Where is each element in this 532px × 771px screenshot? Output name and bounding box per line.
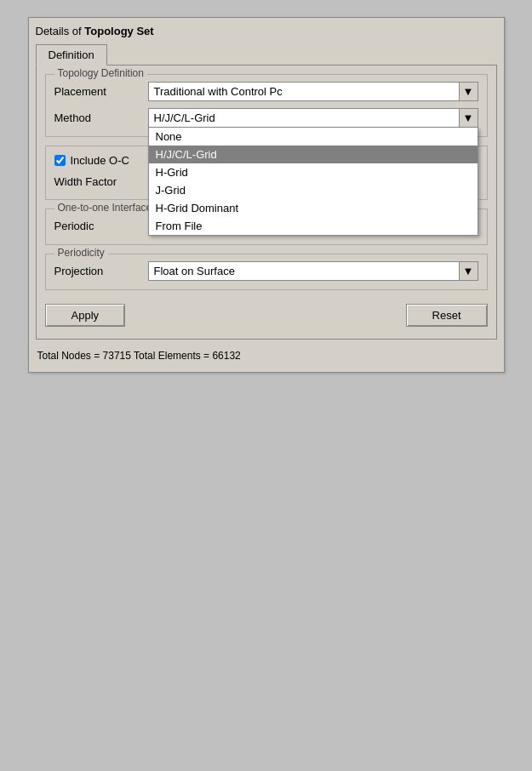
placement-row: Placement Traditional with Control Pc ▼ bbox=[54, 82, 478, 101]
periodicity-section-label: Periodicity bbox=[54, 247, 108, 259]
method-option-from-file[interactable]: From File bbox=[149, 217, 478, 235]
method-option-hgrid[interactable]: H-Grid bbox=[149, 163, 478, 181]
bottom-buttons: Apply Reset bbox=[45, 299, 488, 330]
method-option-jgrid[interactable]: J-Grid bbox=[149, 181, 478, 199]
topology-definition-section: Topology Definition Placement Traditiona… bbox=[45, 74, 488, 137]
width-factor-label: Width Factor bbox=[54, 175, 148, 188]
tab-bar: Definition bbox=[36, 44, 497, 66]
topology-section-label: Topology Definition bbox=[54, 67, 147, 79]
projection-label: Projection bbox=[54, 265, 148, 277]
method-arrow-icon[interactable]: ▼ bbox=[459, 109, 478, 127]
placement-label: Placement bbox=[54, 85, 148, 98]
main-content: Topology Definition Placement Traditiona… bbox=[36, 65, 497, 340]
reset-button[interactable]: Reset bbox=[406, 304, 488, 327]
placement-dropdown[interactable]: Traditional with Control Pc ▼ bbox=[148, 82, 478, 101]
projection-select-wrapper[interactable]: Float on Surface ▼ bbox=[148, 261, 478, 281]
projection-row: Projection Float on Surface ▼ bbox=[54, 261, 478, 281]
placement-control: Traditional with Control Pc ▼ bbox=[148, 82, 478, 101]
projection-dropdown[interactable]: Float on Surface ▼ bbox=[148, 261, 478, 281]
include-checkbox[interactable] bbox=[54, 155, 66, 166]
method-label: Method bbox=[54, 111, 148, 124]
placement-value: Traditional with Control Pc bbox=[149, 83, 459, 100]
method-row: Method H/J/C/L-Grid ▼ None H/J/C/L-Grid … bbox=[54, 108, 478, 128]
placement-arrow-icon[interactable]: ▼ bbox=[459, 83, 478, 100]
method-dropdown-list: None H/J/C/L-Grid H-Grid J-Grid H-Grid D… bbox=[148, 128, 478, 236]
status-bar: Total Nodes = 73715 Total Elements = 661… bbox=[36, 346, 497, 365]
method-option-none[interactable]: None bbox=[149, 128, 478, 146]
method-control: H/J/C/L-Grid ▼ None H/J/C/L-Grid H-Grid … bbox=[148, 108, 478, 128]
periodicity-section: Periodicity Projection Float on Surface … bbox=[45, 254, 488, 290]
projection-value: Float on Surface bbox=[149, 262, 459, 280]
projection-arrow-icon[interactable]: ▼ bbox=[459, 262, 478, 280]
tab-definition[interactable]: Definition bbox=[36, 44, 107, 66]
method-dropdown[interactable]: H/J/C/L-Grid ▼ bbox=[148, 108, 478, 128]
method-select-wrapper[interactable]: H/J/C/L-Grid ▼ bbox=[148, 108, 478, 128]
main-panel: Details of Topology Set Definition Topol… bbox=[28, 17, 505, 373]
projection-control: Float on Surface ▼ bbox=[148, 261, 478, 281]
method-option-hgrid-dominant[interactable]: H-Grid Dominant bbox=[149, 199, 478, 217]
periodic-label: Periodic bbox=[54, 220, 148, 232]
panel-title: Details of Topology Set bbox=[36, 25, 497, 37]
apply-button[interactable]: Apply bbox=[45, 304, 126, 327]
placement-select-wrapper[interactable]: Traditional with Control Pc ▼ bbox=[148, 82, 478, 101]
method-value: H/J/C/L-Grid bbox=[149, 109, 459, 127]
method-option-hjcl[interactable]: H/J/C/L-Grid bbox=[149, 146, 478, 163]
